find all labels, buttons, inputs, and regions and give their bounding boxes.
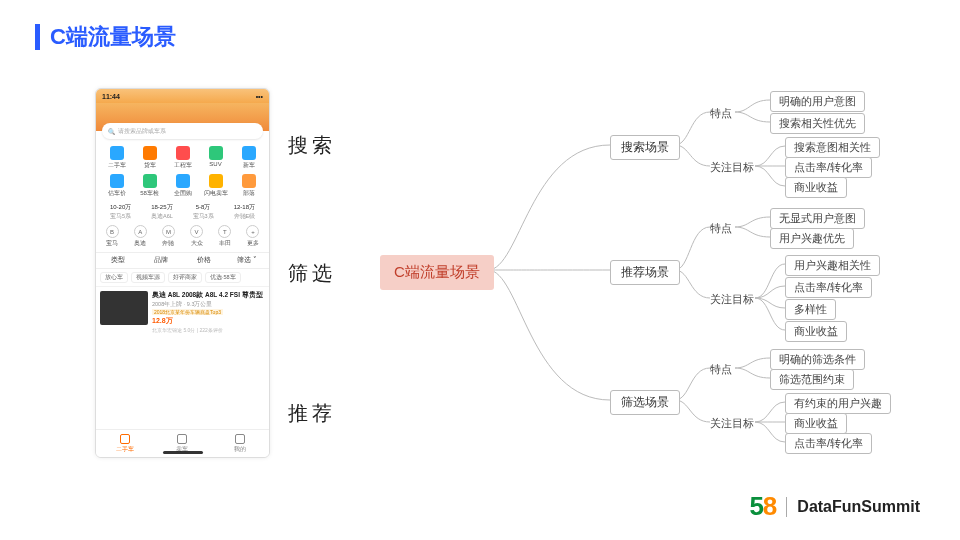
mm-leaf: 明确的筛选条件 — [770, 349, 865, 370]
mm-leaf: 明确的用户意图 — [770, 91, 865, 112]
status-time: 11:44 — [102, 93, 120, 100]
mm-leaf: 无显式用户意图 — [770, 208, 865, 229]
brand-label: 宝马 — [98, 239, 126, 248]
filter-tab[interactable]: 价格 — [183, 256, 226, 265]
mm-leaf: 多样性 — [785, 299, 836, 320]
filter-tab[interactable]: 类型 — [96, 256, 139, 265]
brand-icon: V — [190, 225, 203, 238]
search-placeholder: 请搜索品牌或车系 — [118, 127, 166, 136]
filter-chip[interactable]: 好评商家 — [168, 272, 202, 283]
category-item[interactable]: 估车价 — [100, 174, 133, 198]
mm-branch-recommend: 推荐场景 — [610, 260, 680, 285]
mm-leaf: 有约束的用户兴趣 — [785, 393, 891, 414]
category-item[interactable]: 全国购 — [166, 174, 199, 198]
chip-row[interactable]: 放心车视频车源好评商家优选·58车 — [96, 269, 269, 286]
mm-leaf: 点击率/转化率 — [785, 277, 872, 298]
listing-subtitle: 2008年上牌 · 9.3万公里 — [152, 301, 265, 308]
search-icon: 🔍 — [108, 128, 115, 135]
price-range-top: 5-8万 — [183, 203, 224, 212]
slide-title: C端流量场景 — [35, 22, 176, 52]
listing-thumbnail — [100, 291, 148, 325]
category-item[interactable]: 新车 — [232, 146, 265, 170]
category-label: 闪电卖车 — [204, 189, 228, 198]
brand-row: B宝马A奥迪M奔驰V大众T丰田+更多 — [96, 223, 269, 252]
mm-branch-filter: 筛选场景 — [610, 390, 680, 415]
brand-item[interactable]: B宝马 — [98, 225, 126, 248]
price-range-item[interactable]: 10-20万宝马5系 — [100, 203, 141, 220]
price-range-sub: 奔驰E级 — [224, 213, 265, 220]
filter-chip[interactable]: 放心车 — [100, 272, 128, 283]
brand-item[interactable]: +更多 — [239, 225, 267, 248]
price-range-item[interactable]: 12-18万奔驰E级 — [224, 203, 265, 220]
filter-chip[interactable]: 视频车源 — [131, 272, 165, 283]
price-range-sub: 奥迪A6L — [141, 213, 182, 220]
price-range-sub: 宝马5系 — [100, 213, 141, 220]
category-item[interactable]: SUV — [199, 146, 232, 170]
brand-item[interactable]: V大众 — [182, 225, 210, 248]
mm-leaf: 点击率/转化率 — [785, 433, 872, 454]
phone-mock: 11:44 ••• 🔍 请搜索品牌或车系 二手车货车工程车SUV新车 估车价58… — [95, 88, 270, 458]
price-range-top: 18-25万 — [141, 203, 182, 212]
mm-label: 关注目标 — [710, 416, 754, 431]
mm-label: 特点 — [710, 106, 732, 121]
logo-58: 58 — [749, 491, 776, 522]
phone-statusbar: 11:44 ••• — [96, 89, 269, 103]
category-icon — [242, 146, 256, 160]
category-item[interactable]: 货车 — [133, 146, 166, 170]
title-accent-bar — [35, 24, 40, 50]
category-label: 二手车 — [108, 161, 126, 170]
mm-branch-search: 搜索场景 — [610, 135, 680, 160]
category-item[interactable]: 工程车 — [166, 146, 199, 170]
mindmap: C端流量场景 搜索场景 特点 关注目标 明确的用户意图 搜索相关性优先 搜索意图… — [370, 80, 950, 450]
tabbar-label: 我的 — [234, 445, 246, 454]
car-listing[interactable]: 奥迪 A8L 2008款 A8L 4.2 FSI 尊贵型 2008年上牌 · 9… — [96, 286, 269, 337]
brand-label: 更多 — [239, 239, 267, 248]
mm-leaf: 筛选范围约束 — [770, 369, 854, 390]
listing-footer: 北京华宏锦途 5.0分 | 222条评价 — [152, 327, 265, 333]
status-icons: ••• — [256, 93, 263, 100]
category-label: 58车检 — [140, 189, 159, 198]
filter-chip[interactable]: 优选·58车 — [205, 272, 241, 283]
tabbar-item[interactable]: 我的 — [211, 430, 269, 457]
brand-label: 大众 — [182, 239, 210, 248]
phone-search-bar[interactable]: 🔍 请搜索品牌或车系 — [102, 123, 263, 139]
listing-title: 奥迪 A8L 2008款 A8L 4.2 FSI 尊贵型 — [152, 291, 265, 300]
filter-tab[interactable]: 筛选 ˅ — [226, 256, 269, 265]
listing-tag: 2018北京某年份车辆底盘Top3 — [152, 309, 223, 315]
category-item[interactable]: 闪电卖车 — [199, 174, 232, 198]
category-item[interactable]: 部落 — [232, 174, 265, 198]
price-range-item[interactable]: 18-25万奥迪A6L — [141, 203, 182, 220]
price-range-row: 10-20万宝马5系18-25万奥迪A6L5-8万宝马3系12-18万奔驰E级 — [96, 200, 269, 223]
mm-leaf: 商业收益 — [785, 413, 847, 434]
category-icon — [176, 146, 190, 160]
tabbar-icon — [120, 434, 130, 444]
brand-label: 奔驰 — [154, 239, 182, 248]
price-range-top: 10-20万 — [100, 203, 141, 212]
tabbar-icon — [177, 434, 187, 444]
brand-item[interactable]: M奔驰 — [154, 225, 182, 248]
listing-price: 12.8万 — [152, 316, 265, 326]
price-range-top: 12-18万 — [224, 203, 265, 212]
tabbar-item[interactable]: 二手车 — [96, 430, 154, 457]
brand-icon: + — [246, 225, 259, 238]
category-item[interactable]: 58车检 — [133, 174, 166, 198]
filter-tabs[interactable]: 类型品牌价格筛选 ˅ — [96, 252, 269, 269]
filter-tab[interactable]: 品牌 — [139, 256, 182, 265]
side-label-search: 搜索 — [288, 132, 336, 159]
mm-label: 特点 — [710, 362, 732, 377]
brand-item[interactable]: A奥迪 — [126, 225, 154, 248]
category-label: SUV — [209, 161, 221, 167]
mm-label: 特点 — [710, 221, 732, 236]
brand-label: 奥迪 — [126, 239, 154, 248]
brand-icon: T — [218, 225, 231, 238]
category-icon — [110, 174, 124, 188]
logo-8: 8 — [763, 491, 776, 521]
category-icon — [209, 146, 223, 160]
logo-5: 5 — [749, 491, 762, 521]
brand-item[interactable]: T丰田 — [211, 225, 239, 248]
category-item[interactable]: 二手车 — [100, 146, 133, 170]
title-text: C端流量场景 — [50, 22, 176, 52]
brand-label: 丰田 — [211, 239, 239, 248]
price-range-item[interactable]: 5-8万宝马3系 — [183, 203, 224, 220]
category-icon — [110, 146, 124, 160]
